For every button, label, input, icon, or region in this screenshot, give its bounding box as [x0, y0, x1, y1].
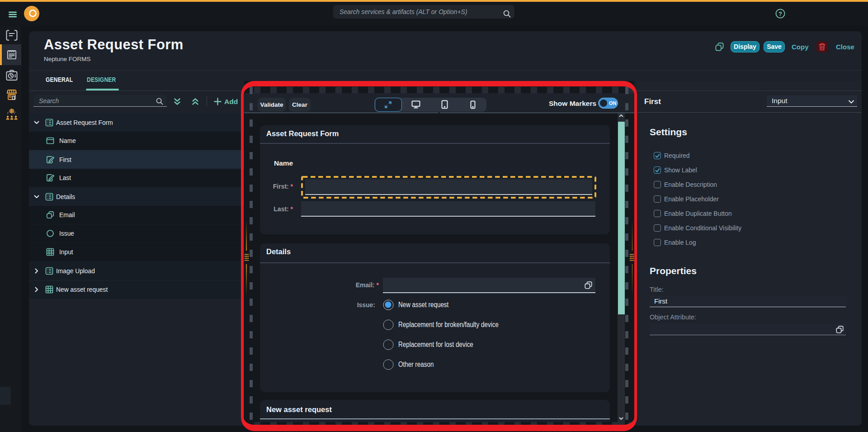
svg-text:?: ?: [778, 10, 782, 17]
